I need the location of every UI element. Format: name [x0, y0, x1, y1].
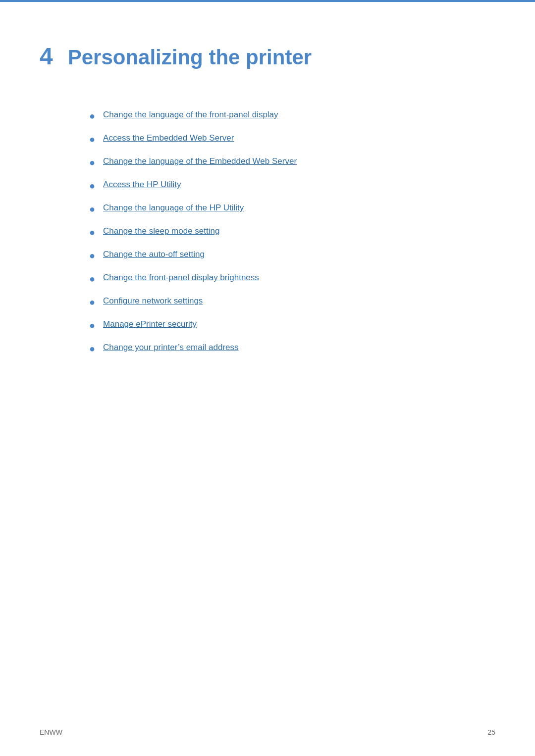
list-item: ●Manage ePrinter security	[89, 318, 495, 332]
toc-link-8[interactable]: Change the front-panel display brightnes…	[103, 271, 259, 284]
toc-link-3[interactable]: Change the language of the Embedded Web …	[103, 155, 297, 168]
list-item: ●Change the language of the HP Utility	[89, 202, 495, 216]
list-item: ●Change the auto-off setting	[89, 248, 495, 262]
bullet-icon: ●	[89, 249, 95, 262]
bullet-icon: ●	[89, 179, 95, 193]
bullet-icon: ●	[89, 132, 95, 146]
chapter-title: Personalizing the printer	[68, 46, 312, 69]
bullet-icon: ●	[89, 318, 95, 332]
bullet-icon: ●	[89, 109, 95, 123]
bullet-icon: ●	[89, 225, 95, 239]
toc-link-2[interactable]: Access the Embedded Web Server	[103, 132, 234, 145]
bullet-icon: ●	[89, 202, 95, 216]
list-item: ●Access the Embedded Web Server	[89, 132, 495, 146]
toc-link-5[interactable]: Change the language of the HP Utility	[103, 202, 244, 214]
list-item: ●Change your printer’s email address	[89, 341, 495, 355]
page-container: 4 Personalizing the printer ●Change the …	[0, 0, 535, 756]
toc-list: ●Change the language of the front-panel …	[89, 108, 495, 355]
bullet-icon: ●	[89, 342, 95, 355]
bullet-icon: ●	[89, 272, 95, 286]
list-item: ●Change the front-panel display brightne…	[89, 271, 495, 286]
bullet-icon: ●	[89, 295, 95, 309]
list-item: ●Change the sleep mode setting	[89, 225, 495, 239]
list-item: ●Change the language of the front-panel …	[89, 108, 495, 123]
top-rule	[0, 0, 535, 2]
bullet-icon: ●	[89, 155, 95, 169]
footer-enww: ENWW	[40, 728, 62, 736]
toc-link-7[interactable]: Change the auto-off setting	[103, 248, 205, 261]
toc-link-1[interactable]: Change the language of the front-panel d…	[103, 108, 278, 121]
list-item: ●Configure network settings	[89, 295, 495, 309]
toc-link-11[interactable]: Change your printer’s email address	[103, 341, 238, 354]
list-item: ●Access the HP Utility	[89, 178, 495, 193]
list-item: ●Change the language of the Embedded Web…	[89, 155, 495, 169]
toc-link-6[interactable]: Change the sleep mode setting	[103, 225, 219, 238]
chapter-header: 4 Personalizing the printer	[40, 45, 495, 69]
toc-link-9[interactable]: Configure network settings	[103, 295, 203, 307]
chapter-number: 4	[40, 45, 53, 68]
footer: ENWW 25	[40, 728, 495, 736]
footer-page-number: 25	[487, 728, 495, 736]
toc-link-10[interactable]: Manage ePrinter security	[103, 318, 197, 331]
toc-link-4[interactable]: Access the HP Utility	[103, 178, 181, 191]
